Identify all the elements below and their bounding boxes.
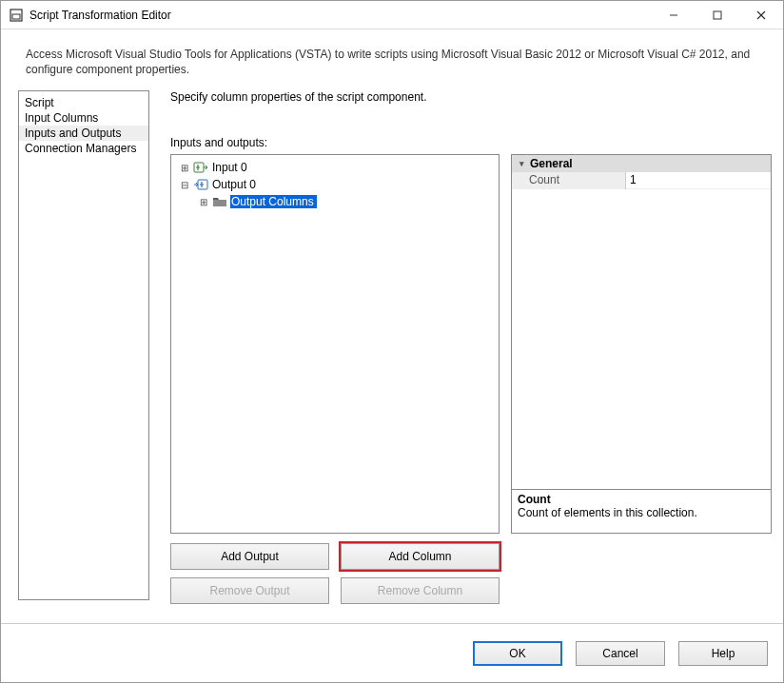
expand-icon[interactable]: ⊞ [198, 197, 209, 207]
window-title: Script Transformation Editor [29, 9, 171, 22]
svg-rect-3 [714, 11, 721, 19]
maximize-button[interactable] [696, 1, 739, 29]
tree-label: Output Columns [230, 195, 317, 208]
property-description-text: Count of elements in this collection. [518, 506, 765, 519]
editor-description: Access Microsoft Visual Studio Tools for… [1, 29, 783, 90]
nav-item-inputs-outputs[interactable]: Inputs and Outputs [19, 126, 148, 141]
tree-label: Output 0 [211, 178, 259, 191]
minimize-button[interactable] [652, 1, 696, 29]
tree-node-output-columns[interactable]: ⊞ Output Columns [173, 193, 497, 210]
svg-rect-8 [213, 200, 226, 206]
nav-item-script[interactable]: Script [19, 95, 148, 110]
add-output-button[interactable]: Add Output [170, 543, 329, 570]
page-nav: Script Input Columns Inputs and Outputs … [18, 90, 149, 600]
output-icon [193, 177, 208, 192]
property-description: Count Count of elements in this collecti… [512, 489, 771, 533]
page-instruction: Specify column properties of the script … [170, 90, 772, 104]
remove-column-button: Remove Column [341, 577, 500, 604]
close-button[interactable] [739, 1, 783, 29]
property-name: Count [512, 172, 626, 189]
folder-icon [212, 194, 227, 209]
tree-node-input0[interactable]: ⊞ Input 0 [173, 159, 497, 176]
app-icon [9, 8, 24, 23]
io-tree[interactable]: ⊞ Input 0 ⊟ Output 0 ⊞ [170, 154, 500, 534]
property-description-title: Count [518, 493, 765, 506]
property-grid[interactable]: ▾ General Count 1 [512, 155, 771, 489]
property-panel: ▾ General Count 1 Count Count of element… [511, 154, 772, 534]
property-row[interactable]: Count 1 [512, 172, 771, 189]
io-label: Inputs and outputs: [170, 136, 772, 149]
ok-button[interactable]: OK [473, 641, 562, 666]
chevron-down-icon: ▾ [516, 159, 527, 168]
cancel-button[interactable]: Cancel [576, 641, 665, 666]
category-label: General [530, 157, 573, 170]
help-button[interactable]: Help [678, 641, 768, 666]
dialog-footer: OK Cancel Help [1, 623, 783, 682]
svg-rect-1 [12, 14, 20, 19]
nav-item-connection-managers[interactable]: Connection Managers [19, 141, 148, 156]
property-value[interactable]: 1 [626, 172, 771, 189]
title-bar: Script Transformation Editor [1, 1, 783, 29]
collapse-icon[interactable]: ⊟ [179, 180, 190, 190]
tree-label: Input 0 [211, 161, 250, 174]
expand-icon[interactable]: ⊞ [179, 163, 190, 173]
nav-item-input-columns[interactable]: Input Columns [19, 110, 148, 126]
add-column-button[interactable]: Add Column [341, 543, 500, 570]
input-icon [193, 160, 208, 175]
tree-node-output0[interactable]: ⊟ Output 0 [173, 176, 497, 193]
property-category[interactable]: ▾ General [512, 155, 771, 172]
remove-output-button: Remove Output [170, 577, 329, 604]
